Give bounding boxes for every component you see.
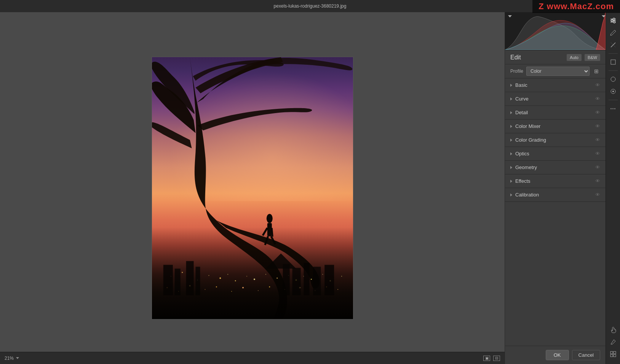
- city-lights: [152, 214, 353, 319]
- color-grading-eye-icon[interactable]: 👁: [595, 137, 600, 143]
- split-view-icon[interactable]: ⊟: [493, 356, 500, 361]
- basic-eye-icon[interactable]: 👁: [595, 82, 600, 88]
- svg-point-28: [216, 286, 217, 287]
- optics-chevron: [510, 152, 512, 155]
- curve-eye-icon[interactable]: 👁: [595, 96, 600, 102]
- svg-point-14: [253, 278, 255, 280]
- photo-canvas: [152, 57, 353, 319]
- effects-label: Effects: [515, 178, 595, 184]
- bw-button[interactable]: B&W: [585, 54, 600, 61]
- svg-rect-40: [186, 261, 193, 295]
- svg-rect-38: [163, 265, 173, 295]
- svg-point-62: [612, 91, 614, 92]
- color-grading-chevron: [510, 139, 512, 142]
- color-mixer-eye-icon[interactable]: 👁: [595, 123, 600, 129]
- grid-view-icon[interactable]: [608, 349, 618, 359]
- toolbar-separator-1: [609, 53, 618, 54]
- zoom-value: 21%: [5, 356, 14, 361]
- svg-rect-39: [174, 268, 180, 295]
- three-dots: [610, 108, 615, 109]
- svg-rect-64: [614, 351, 616, 354]
- canvas-area: 21% ▣ ⊟: [0, 12, 505, 364]
- svg-point-23: [341, 276, 342, 276]
- detail-chevron: [510, 111, 512, 114]
- edit-section: Edit Auto B&W: [505, 50, 606, 64]
- optics-label: Optics: [515, 151, 595, 156]
- geometry-label: Geometry: [515, 164, 595, 170]
- geometry-chevron: [510, 166, 512, 169]
- right-panel: Edit Auto B&W Profile Color Adobe Standa…: [505, 12, 606, 364]
- basic-chevron: [510, 84, 512, 87]
- panel-item-effects[interactable]: Effects 👁: [505, 174, 606, 188]
- watermark: Z www.MacZ.com: [532, 0, 620, 13]
- svg-point-13: [246, 276, 247, 276]
- effects-chevron: [510, 180, 512, 183]
- pen-tool-icon[interactable]: [608, 27, 618, 38]
- more-options-icon[interactable]: [608, 103, 618, 114]
- panel-item-color-mixer[interactable]: Color Mixer 👁: [505, 120, 606, 133]
- dot1: [610, 108, 612, 109]
- detail-label: Detail: [515, 110, 595, 115]
- panel-items-list: Basic 👁 Curve 👁 Detail 👁 Color Mixer 👁: [505, 78, 606, 346]
- ok-button[interactable]: OK: [546, 350, 569, 360]
- circle-tool-icon[interactable]: [608, 74, 618, 85]
- color-mixer-chevron: [510, 125, 512, 128]
- optics-eye-icon[interactable]: 👁: [595, 151, 600, 156]
- cancel-button[interactable]: Cancel: [572, 350, 600, 360]
- svg-point-9: [208, 275, 209, 276]
- svg-point-56: [613, 21, 615, 23]
- svg-point-20: [310, 279, 312, 280]
- auto-button[interactable]: Auto: [567, 54, 582, 61]
- svg-rect-45: [313, 267, 321, 295]
- svg-rect-41: [195, 267, 200, 295]
- profile-select[interactable]: Color Adobe Standard Camera Standard: [526, 67, 590, 76]
- main-layout: 21% ▣ ⊟: [0, 12, 620, 364]
- layers-icon[interactable]: [608, 57, 618, 67]
- sliders-icon[interactable]: [608, 15, 618, 26]
- calibration-chevron: [510, 193, 512, 196]
- svg-rect-65: [610, 354, 613, 357]
- panel-item-detail[interactable]: Detail 👁: [505, 106, 606, 120]
- svg-marker-47: [265, 254, 296, 269]
- effects-eye-icon[interactable]: 👁: [595, 178, 600, 184]
- panel-item-color-grading[interactable]: Color Grading 👁: [505, 133, 606, 147]
- svg-rect-43: [292, 268, 300, 295]
- zoom-dropdown-arrow[interactable]: [16, 357, 19, 359]
- panel-item-curve[interactable]: Curve 👁: [505, 92, 606, 106]
- dot3: [614, 108, 615, 109]
- panel-item-optics[interactable]: Optics 👁: [505, 147, 606, 161]
- basic-label: Basic: [515, 82, 595, 88]
- geometry-eye-icon[interactable]: 👁: [595, 164, 600, 170]
- filename-label: pexels-lukas-rodriguez-3680219.jpg: [274, 3, 347, 9]
- detail-eye-icon[interactable]: 👁: [595, 110, 600, 115]
- panel-item-calibration[interactable]: Calibration 👁: [505, 188, 606, 202]
- eraser-icon[interactable]: [608, 337, 618, 347]
- svg-point-29: [231, 291, 232, 292]
- svg-point-7: [182, 272, 183, 273]
- target-icon[interactable]: [608, 86, 618, 97]
- svg-point-54: [613, 18, 615, 20]
- svg-point-60: [611, 77, 615, 81]
- panel-item-geometry[interactable]: Geometry 👁: [505, 161, 606, 174]
- calibration-eye-icon[interactable]: 👁: [595, 192, 600, 198]
- svg-point-31: [257, 290, 258, 291]
- dot2: [612, 108, 614, 109]
- profile-row: Profile Color Adobe Standard Camera Stan…: [505, 64, 606, 78]
- single-view-icon[interactable]: ▣: [483, 356, 490, 361]
- svg-rect-63: [610, 351, 613, 354]
- svg-point-37: [337, 289, 338, 290]
- hand-tool-icon[interactable]: [608, 324, 618, 335]
- profile-grid-icon[interactable]: ⊞: [593, 67, 600, 75]
- svg-point-21: [322, 274, 323, 275]
- svg-rect-46: [324, 265, 334, 295]
- toolbar-separator-2: [609, 70, 618, 71]
- zoom-control[interactable]: 21%: [5, 356, 19, 361]
- color-grading-label: Color Grading: [515, 137, 595, 143]
- panel-item-basic[interactable]: Basic 👁: [505, 78, 606, 92]
- svg-point-15: [265, 274, 266, 275]
- histogram-area: [505, 12, 606, 50]
- svg-point-10: [219, 277, 221, 279]
- svg-point-55: [611, 20, 613, 22]
- status-bar: 21% ▣ ⊟: [0, 352, 505, 364]
- healing-tool-icon[interactable]: [608, 40, 618, 50]
